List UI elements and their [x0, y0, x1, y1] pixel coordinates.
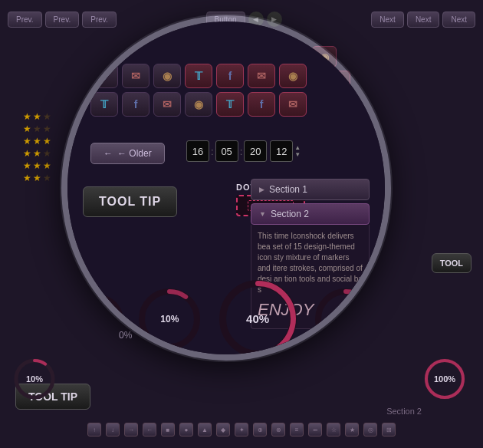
prev-button-1[interactable]: Prev.: [8, 12, 42, 28]
progress-100-label: 100%: [434, 374, 455, 384]
mag-twitter-pink-1[interactable]: 𝕋: [185, 64, 212, 88]
strip-icon-3[interactable]: →: [124, 423, 138, 436]
strip-icon-1[interactable]: ↑: [87, 423, 101, 436]
magnifier: 𝕋 ✉ ◉ 𝕋 f ✉ ◉ 𝕋 f ✉ ◉ 𝕋 f ✉ ← ← Older 16…: [61, 15, 391, 361]
time-spinner[interactable]: ▲▼: [294, 144, 301, 158]
accordion-label-1: Section 1: [269, 184, 307, 195]
section-text-magnifier: Section: [334, 338, 362, 347]
mag-facebook-pink-2[interactable]: f: [248, 92, 275, 117]
older-label: ← Older: [117, 148, 152, 159]
strip-icon-4[interactable]: ←: [143, 423, 156, 436]
strip-icon-7[interactable]: ▲: [198, 423, 212, 436]
strip-icon-6[interactable]: ●: [179, 423, 193, 436]
time-sep-1: :: [211, 146, 214, 157]
progress-10-label: 10%: [26, 374, 43, 384]
accordion-header-1[interactable]: ▶ Section 1: [251, 179, 370, 200]
accordion-item-1: ▶ Section 1: [251, 179, 370, 200]
accordion-arrow-1: ▶: [259, 186, 264, 193]
outer-progress-left: 10%: [12, 356, 58, 402]
mag-rss-1[interactable]: ◉: [153, 64, 181, 88]
mag-social-row-2: 𝕋 f ✉ ◉ 𝕋 f ✉: [90, 92, 370, 117]
mag-facebook-pink-1[interactable]: f: [216, 64, 244, 88]
strip-icon-8[interactable]: ◆: [216, 423, 230, 436]
bottom-icon-strip: ↑ ↓ → ← ■ ● ▲ ◆ ✦ ⊕ ⊗ ≡ ∞ ☆ ★ ◎ ⊞: [0, 423, 483, 436]
stars-rating-area: ★★★ ★★★ ★★★ ★★★ ★★★ ★★★: [23, 111, 51, 185]
time-area-magnified: 16 : 05 : 20 12 ▲▼: [186, 140, 301, 162]
progress-ring-medium-left: 10%: [135, 285, 204, 354]
progress-40-right-label: 40%: [337, 314, 355, 324]
tooltip-box-magnified: TOOL TIP: [83, 186, 177, 217]
time-hours[interactable]: 16: [186, 140, 209, 162]
time-seconds[interactable]: 20: [244, 140, 267, 162]
strip-icon-9[interactable]: ✦: [235, 423, 248, 436]
mag-rss-pink-1[interactable]: ◉: [279, 64, 307, 88]
mag-twitter-2[interactable]: 𝕋: [90, 92, 118, 117]
strip-icon-2[interactable]: ↓: [106, 423, 120, 436]
tooltip-area-magnified: TOOL TIP: [83, 186, 177, 217]
mag-social-row-1: 𝕋 ✉ ◉ 𝕋 f ✉ ◉: [90, 64, 370, 88]
strip-icon-10[interactable]: ⊕: [253, 423, 267, 436]
mag-mail-1[interactable]: ✉: [122, 64, 150, 88]
older-button-magnified[interactable]: ← ← Older: [90, 143, 165, 164]
mag-mail-2[interactable]: ✉: [153, 92, 181, 117]
strip-icon-11[interactable]: ⊗: [271, 423, 285, 436]
strip-icon-5[interactable]: ■: [161, 423, 175, 436]
mag-twitter-pink-2[interactable]: 𝕋: [216, 92, 244, 117]
progress-ring-large-center: 40%: [214, 275, 302, 361]
strip-icon-14[interactable]: ☆: [327, 423, 340, 436]
time-sep-2: :: [240, 146, 243, 157]
mag-rss-2[interactable]: ◉: [185, 92, 212, 117]
progress-40-label: 40%: [246, 312, 269, 325]
arrow-left-icon: ←: [104, 148, 113, 159]
magnifier-social-icons: 𝕋 ✉ ◉ 𝕋 f ✉ ◉ 𝕋 f ✉ ◉ 𝕋 f ✉: [90, 64, 370, 120]
time-minutes[interactable]: 05: [215, 140, 238, 162]
strip-icon-15[interactable]: ★: [345, 423, 359, 436]
mag-mail-pink-2[interactable]: ✉: [279, 92, 307, 117]
progress-rings-area: 0% 10% 40% 40%: [67, 275, 385, 361]
strip-icon-16[interactable]: ◎: [363, 423, 377, 436]
tooltip-label: TOOL TIP: [99, 195, 161, 208]
next-button-2[interactable]: Next: [407, 12, 440, 28]
section-label: Section 2: [386, 407, 422, 416]
right-tool-label: TOOL: [432, 253, 472, 273]
progress-ring-small-left: 0%: [72, 292, 126, 346]
outer-progress-right: 100%: [422, 356, 468, 402]
accordion-arrow-2: ▼: [259, 210, 266, 218]
mag-facebook-2[interactable]: f: [122, 92, 150, 117]
mag-twitter-1[interactable]: 𝕋: [90, 64, 118, 88]
section-text-bottom: Section 2: [386, 407, 422, 416]
progress-0-label: 0%: [94, 315, 104, 323]
accordion-label-2: Section 2: [271, 209, 309, 219]
accordion-header-2[interactable]: ▼ Section 2: [251, 203, 370, 225]
mag-mail-pink-1[interactable]: ✉: [248, 64, 275, 88]
next-button-3[interactable]: Next: [442, 12, 475, 28]
section-inner-label: Section: [334, 338, 362, 347]
strip-icon-17[interactable]: ⊞: [382, 423, 396, 436]
progress-10-inner-label: 10%: [160, 314, 179, 324]
strip-icon-12[interactable]: ≡: [290, 423, 304, 436]
time-frames[interactable]: 12: [270, 140, 293, 162]
strip-icon-13[interactable]: ∞: [308, 423, 322, 436]
